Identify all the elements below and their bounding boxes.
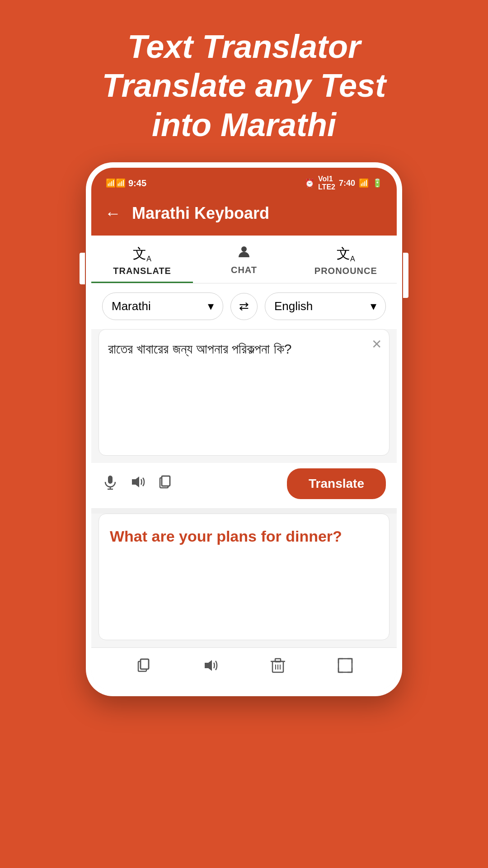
back-button[interactable]: ←	[105, 204, 121, 223]
clear-input-button[interactable]: ✕	[371, 337, 382, 352]
output-text: What are your plans for dinner?	[110, 525, 378, 548]
chat-tab-icon	[237, 245, 251, 262]
target-language-label: English	[274, 299, 313, 313]
data-speed: 7:40	[339, 179, 355, 188]
headline-line1: Text Translator	[127, 28, 361, 65]
pronounce-tab-label: PRONOUNCE	[314, 266, 377, 276]
copy-icon[interactable]	[156, 474, 172, 494]
headline: Text Translator Translate any Test into …	[66, 0, 422, 162]
input-text-area[interactable]: রাতের খাবারের জন্য আপনার পরিকল্পনা কি? ✕	[99, 329, 389, 456]
source-language-select[interactable]: Marathi ▾	[102, 292, 223, 320]
phone-inner: 📶📶 9:45 ⏰ Vol1LTE2 7:40 📶 🔋 ← Marathi Ke…	[91, 168, 397, 691]
app-title: Marathi Keyboard	[132, 204, 269, 223]
app-header: ← Marathi Keyboard	[91, 195, 397, 236]
network-info: Vol1LTE2	[318, 175, 335, 191]
translate-button[interactable]: Translate	[287, 468, 386, 499]
svg-point-0	[241, 246, 247, 252]
status-bar: 📶📶 9:45 ⏰ Vol1LTE2 7:40 📶 🔋	[91, 168, 397, 195]
svg-rect-6	[162, 476, 170, 486]
translate-tab-label: TRANSLATE	[113, 266, 171, 276]
action-bar: Translate	[91, 463, 397, 508]
target-dropdown-icon: ▾	[371, 299, 376, 313]
status-right: ⏰ Vol1LTE2 7:40 📶 🔋	[305, 175, 382, 191]
svg-rect-1	[108, 476, 113, 484]
divider	[91, 508, 397, 514]
pronounce-tab-icon: 文A	[337, 245, 355, 263]
translate-tab-icon: 文A	[133, 245, 151, 263]
output-text-area: What are your plans for dinner?	[99, 514, 389, 640]
tab-pronounce[interactable]: 文A PRONOUNCE	[295, 236, 397, 283]
source-language-label: Marathi	[112, 299, 151, 313]
tabs-bar: 文A TRANSLATE CHAT 文A PRONOUNCE	[91, 236, 397, 283]
swap-languages-button[interactable]: ⇄	[230, 293, 258, 320]
input-text: রাতের খাবারের জন্য আপনার পরিকল্পনা কি?	[108, 339, 380, 359]
battery-icon: 🔋	[372, 178, 382, 188]
status-time: 9:45	[128, 178, 146, 189]
swap-icon: ⇄	[239, 299, 249, 313]
bottom-toolbar	[91, 647, 397, 691]
tab-translate[interactable]: 文A TRANSLATE	[91, 236, 193, 283]
target-language-select[interactable]: English ▾	[265, 292, 386, 320]
alarm-icon: ⏰	[305, 178, 314, 188]
microphone-icon[interactable]	[102, 474, 118, 494]
source-dropdown-icon: ▾	[208, 299, 214, 313]
signal-icon: 📶📶	[106, 178, 126, 188]
bottom-speaker-icon[interactable]	[202, 657, 219, 678]
svg-marker-4	[132, 476, 139, 487]
svg-rect-9	[141, 659, 149, 669]
svg-rect-18	[338, 659, 352, 672]
bottom-copy-icon[interactable]	[135, 657, 152, 678]
phone-mockup: 📶📶 9:45 ⏰ Vol1LTE2 7:40 📶 🔋 ← Marathi Ke…	[81, 162, 407, 868]
wifi-icon: 📶	[359, 178, 369, 188]
speaker-icon[interactable]	[129, 474, 145, 494]
phone-outer: 📶📶 9:45 ⏰ Vol1LTE2 7:40 📶 🔋 ← Marathi Ke…	[86, 162, 402, 696]
status-left: 📶📶 9:45	[106, 178, 146, 189]
svg-marker-11	[205, 660, 212, 671]
headline-line3: into Marathi	[152, 107, 336, 143]
tab-chat[interactable]: CHAT	[193, 236, 295, 283]
headline-line2: Translate any Test	[102, 67, 386, 104]
bottom-delete-icon[interactable]	[269, 657, 286, 678]
bottom-expand-icon[interactable]	[337, 657, 354, 678]
language-selector-row: Marathi ▾ ⇄ English ▾	[91, 283, 397, 329]
svg-rect-14	[275, 659, 281, 662]
chat-tab-label: CHAT	[231, 265, 257, 275]
